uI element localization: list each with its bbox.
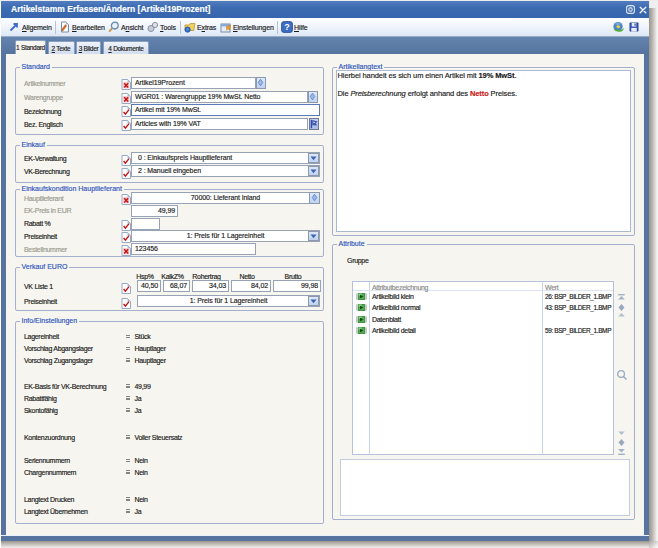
svg-text:?: ? <box>284 22 290 32</box>
